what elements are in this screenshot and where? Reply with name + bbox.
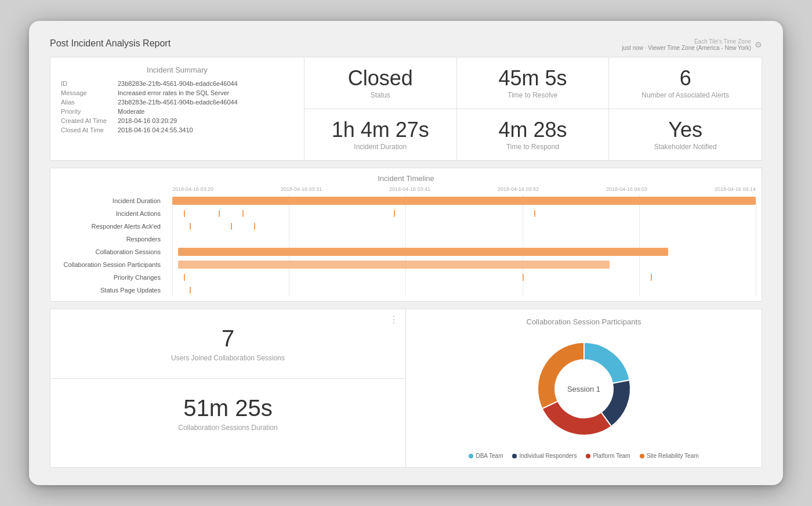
timeline-tick — [184, 274, 185, 281]
timeline-row: Incident Actions — [172, 207, 756, 220]
timeline-tick — [651, 274, 652, 281]
summary-row-value: 2018-04-16 04:24:55.3410 — [118, 126, 193, 133]
timeline-title: Incident Timeline — [50, 174, 762, 183]
bottom-grid: ⋮ 7 Users Joined Collaboration Sessions … — [50, 309, 762, 468]
sessions-duration-big: 51m 25s — [183, 395, 272, 421]
stat-stakeholder: Yes Stakeholder Notified — [609, 109, 762, 161]
timeline-axis-label: 2018-04-16 03:52 — [498, 186, 539, 192]
timeline-row-label: Responder Alerts Ack'ed — [50, 223, 166, 230]
timeline-bar-area — [172, 258, 756, 271]
timeline-row-label: Status Page Updates — [50, 287, 166, 294]
report-title: Post Incident Analysis Report — [50, 38, 171, 49]
timeline-bar-area — [172, 233, 756, 245]
legend-item: Platform Team — [586, 453, 630, 459]
timeline-axis-label: 2018-04-16 03:41 — [389, 186, 430, 192]
timeline-bar — [178, 248, 668, 256]
users-joined-big: 7 — [222, 326, 234, 352]
stat-incident-duration: 1h 4m 27s Incident Duration — [304, 109, 457, 161]
donut-segment — [538, 342, 584, 409]
stat-label-ttr: Time to Resolve — [507, 91, 557, 99]
timeline-bar — [172, 197, 756, 205]
incident-summary: Incident Summary ID23b8283e-21fb-4561-90… — [50, 57, 304, 160]
donut-legend: DBA TeamIndividual RespondersPlatform Te… — [469, 453, 698, 459]
summary-row: MessageIncreased error rates in the SQL … — [61, 89, 293, 96]
timeline-row: Priority Changes — [172, 271, 756, 284]
sessions-duration-label: Collaboration Sessions Duration — [178, 424, 277, 432]
legend-dot — [512, 454, 517, 458]
stat-closed-status: Closed Status — [304, 57, 457, 109]
header-right: Each Tile's Time Zone just now · Viewer … — [622, 38, 762, 51]
timeline-row-label: Collaboration Sessions — [50, 248, 166, 255]
timeline-row-label: Responders — [50, 236, 166, 243]
summary-row-value: 2018-04-16 03:20:29 — [118, 117, 177, 124]
stat-big-duration: 1h 4m 27s — [332, 118, 429, 142]
stat-big-closed: Closed — [348, 67, 413, 90]
legend-dot — [469, 454, 473, 458]
donut-segment — [542, 401, 611, 435]
stat-label-alerts: Number of Associated Alerts — [641, 91, 729, 99]
timeline-tick — [231, 223, 232, 230]
timeline-section: Incident Timeline 2018-04-16 03:202018-0… — [50, 168, 762, 302]
timeline-tick — [523, 274, 524, 281]
donut-chart: Session 1 — [526, 331, 642, 447]
users-joined-label: Users Joined Collaboration Sessions — [171, 354, 285, 362]
timeline-tick — [190, 287, 191, 294]
stat-num-alerts: 6 Number of Associated Alerts — [609, 57, 762, 109]
timeline-tick — [190, 223, 191, 230]
bottom-left: ⋮ 7 Users Joined Collaboration Sessions … — [50, 309, 406, 467]
timeline-bar-area — [172, 271, 756, 284]
timeline-bar-area — [172, 207, 756, 220]
menu-dots-icon[interactable]: ⋮ — [389, 314, 398, 325]
legend-label: Platform Team — [593, 453, 630, 459]
timezone-label: Each Tile's Time Zone — [622, 38, 751, 45]
summary-row-value: 23b8283e-21fb-4561-904b-edadc6e46044 — [118, 80, 238, 87]
timeline-row: Incident Duration — [172, 194, 756, 207]
legend-label: Individual Responders — [519, 453, 577, 459]
users-joined-cell: ⋮ 7 Users Joined Collaboration Sessions — [50, 309, 405, 379]
timeline-bar-area — [172, 194, 756, 207]
summary-row-value: Increased error rates in the SQL Server — [118, 89, 229, 96]
timeline-tick — [184, 210, 185, 217]
stat-label-stakeholder: Stakeholder Notified — [654, 143, 717, 151]
donut-center-label: Session 1 — [567, 385, 600, 393]
timeline-bar-area — [172, 220, 756, 233]
summary-row-label: Closed At Time — [61, 126, 113, 133]
summary-row-value: 23b8283e-21fb-4561-904b-edadc6e46044 — [118, 99, 238, 106]
donut-segment — [584, 342, 630, 384]
legend-dot — [586, 454, 590, 458]
timeline-chart: 2018-04-16 03:202018-04-16 03:312018-04-… — [50, 186, 762, 297]
top-grid: Incident Summary ID23b8283e-21fb-4561-90… — [50, 57, 762, 161]
collab-participants-section: Collaboration Session Participants Sessi… — [406, 309, 762, 467]
timeline-bar-area — [172, 245, 756, 258]
stat-label-respond: Time to Respond — [506, 143, 559, 151]
legend-label: Site Reliability Team — [647, 453, 699, 459]
stat-big-respond: 4m 28s — [498, 118, 567, 142]
timeline-tick — [254, 223, 255, 230]
stat-big-stakeholder: Yes — [668, 118, 702, 142]
summary-row: Alias23b8283e-21fb-4561-904b-edadc6e4604… — [61, 99, 293, 106]
timeline-tick — [534, 210, 535, 217]
timeline-row: Responder Alerts Ack'ed — [172, 220, 756, 233]
stat-time-to-respond: 4m 28s Time to Respond — [457, 109, 610, 161]
timeline-rows: Incident DurationIncident ActionsRespond… — [172, 194, 756, 297]
summary-row-label: Message — [61, 89, 113, 96]
stat-label-closed: Status — [371, 91, 390, 99]
summary-row: Closed At Time2018-04-16 04:24:55.3410 — [61, 126, 293, 133]
timeline-row-label: Incident Duration — [50, 197, 166, 204]
timeline-bar — [178, 261, 610, 269]
summary-row: PriorityModerate — [61, 108, 293, 115]
timeline-axis-label: 2018-04-16 03:20 — [172, 186, 213, 192]
timeline-bar-area — [172, 284, 756, 297]
gear-icon[interactable]: ⚙ — [755, 40, 762, 49]
timeline-row-label: Priority Changes — [50, 274, 166, 281]
timeline-row: Collaboration Session Participants — [172, 258, 756, 271]
sessions-duration-cell: 51m 25s Collaboration Sessions Duration — [50, 379, 405, 448]
summary-row-label: ID — [61, 80, 113, 87]
legend-item: Individual Responders — [512, 453, 577, 459]
summary-row: ID23b8283e-21fb-4561-904b-edadc6e46044 — [61, 80, 293, 87]
device-frame: Post Incident Analysis Report Each Tile'… — [29, 21, 783, 485]
report-header: Post Incident Analysis Report Each Tile'… — [50, 38, 762, 51]
timeline-axis-label: 2018-04-16 03:31 — [281, 186, 322, 192]
legend-item: Site Reliability Team — [640, 453, 699, 459]
stat-big-alerts: 6 — [680, 67, 691, 90]
